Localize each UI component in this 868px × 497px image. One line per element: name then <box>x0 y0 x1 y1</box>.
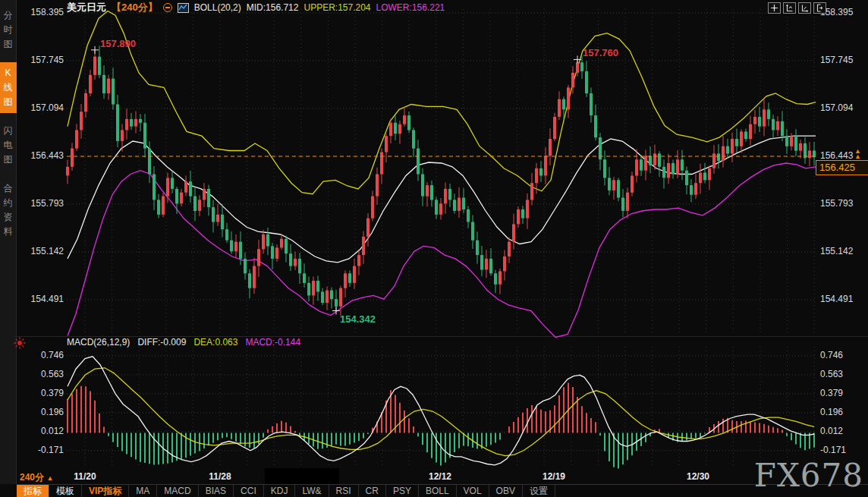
tab-cci[interactable]: CCI <box>234 485 264 497</box>
macd-tick-right: 0.196 <box>820 407 843 418</box>
pan-right-icon[interactable] <box>813 2 826 14</box>
price-tick-left: 157.745 <box>18 55 64 66</box>
macd-tick-right: -0.171 <box>820 445 846 456</box>
chart-canvas[interactable] <box>0 0 868 497</box>
indicator-chart-icon[interactable] <box>178 3 189 13</box>
price-tick-left: 154.491 <box>18 294 64 305</box>
move-crosshair-icon[interactable] <box>768 2 781 14</box>
tab-obv[interactable]: OBV <box>489 485 523 497</box>
alert-starburst-icon[interactable] <box>14 337 26 349</box>
current-price-badge: 156.425 <box>816 160 868 175</box>
annotation-swing-high-2: 157.760 <box>583 47 618 58</box>
chart-tool-icons <box>768 2 826 14</box>
chart-header: 美元日元 【240分】 BOLL(20,2) MID:156.712 UPPER… <box>67 2 445 14</box>
boll-mid-value: MID:156.712 <box>247 2 299 13</box>
trading-app-window: 分时图K线图闪电图合约资料 美元日元 【240分】 BOLL(20,2) MID… <box>0 0 868 497</box>
price-tick-left: 156.443 <box>18 150 64 162</box>
macd-tick-right: 0.563 <box>820 369 843 380</box>
tab-lwr[interactable]: LW& <box>295 485 329 497</box>
macd-diff-value: DIFF:-0.009 <box>137 337 186 348</box>
redaction-box <box>265 468 339 484</box>
tab-macd[interactable]: MACD <box>157 485 198 497</box>
time-axis-row: 240分 ▲ 11/2011/2812/1212/1912/30 <box>0 469 868 484</box>
period-selector[interactable]: 240分 ▲ <box>20 471 53 484</box>
macd-tick-left: 0.563 <box>18 369 64 380</box>
tab-indicator[interactable]: 指标 <box>17 485 49 497</box>
boll-lower-value: LOWER:156.221 <box>376 2 445 13</box>
price-up-arrows-icon: ▲▲ <box>854 149 861 159</box>
boll-name: BOLL(20,2) <box>194 2 241 13</box>
macd-dea-value: DEA:0.063 <box>193 337 237 348</box>
macd-tick-left: 0.379 <box>18 388 64 399</box>
boll-upper-value: UPPER:157.204 <box>303 2 370 13</box>
tab-settings[interactable]: 设置 <box>523 485 555 497</box>
tab-vol[interactable]: VOL <box>457 485 489 497</box>
date-label: 11/20 <box>74 471 96 482</box>
date-label: 12/12 <box>429 471 451 482</box>
macd-tick-right: 0.012 <box>820 426 843 437</box>
tab-kdj[interactable]: KDJ <box>264 485 296 497</box>
macd-macd-value: MACD:-0.144 <box>245 337 300 348</box>
axis-zoom-vertical-icon[interactable] <box>783 2 796 14</box>
macd-tick-right: 0.746 <box>820 350 843 361</box>
macd-tick-right: 0.379 <box>820 388 843 399</box>
macd-name: MACD(26,12,9) <box>67 337 130 348</box>
tab-bias[interactable]: BIAS <box>199 485 234 497</box>
macd-tick-left: 0.196 <box>18 407 64 418</box>
date-label: 12/30 <box>687 471 709 482</box>
price-tick-left: 155.142 <box>18 246 64 257</box>
date-label: 12/19 <box>542 471 565 482</box>
collapse-minus-icon[interactable] <box>163 3 172 12</box>
macd-header: MACD(26,12,9) DIFF:-0.009 DEA:0.063 MACD… <box>67 337 300 348</box>
tab-rsi[interactable]: RSI <box>329 485 359 497</box>
tab-psy[interactable]: PSY <box>386 485 419 497</box>
tab-ma[interactable]: MA <box>129 485 157 497</box>
annotation-swing-low: 154.342 <box>340 313 376 325</box>
period-label[interactable]: 【240分】 <box>112 1 158 14</box>
price-tick-right: 155.793 <box>820 198 853 209</box>
price-tick-left: 158.395 <box>18 7 64 18</box>
macd-tick-left: 0.746 <box>18 350 64 361</box>
annotation-swing-high-1: 157.890 <box>100 38 136 49</box>
price-tick-right: 154.491 <box>820 294 853 305</box>
macd-tick-left: 0.012 <box>18 426 64 437</box>
period-dropdown-arrow-icon: ▲ <box>46 474 53 482</box>
symbol-name: 美元日元 <box>67 1 106 14</box>
tab-vip-indicator[interactable]: VIP指标 <box>82 485 129 497</box>
price-tick-left: 155.793 <box>18 198 64 209</box>
tab-boll[interactable]: BOLL <box>419 485 457 497</box>
price-tick-right: 157.745 <box>820 55 853 66</box>
date-label: 11/28 <box>209 471 231 482</box>
watermark: FX678 <box>754 461 863 491</box>
price-tick-left: 157.094 <box>18 102 64 114</box>
axis-zoom-horizontal-icon[interactable] <box>798 2 811 14</box>
tab-cr[interactable]: CR <box>359 485 386 497</box>
indicator-toolbar: 指标模板VIP指标MAMACDBIASCCIKDJLW&RSICRPSYBOLL… <box>17 484 868 497</box>
price-tick-right: 157.094 <box>820 102 853 114</box>
macd-tick-left: -0.171 <box>18 445 64 456</box>
tab-template[interactable]: 模板 <box>49 485 82 497</box>
price-tick-right: 155.142 <box>820 246 853 257</box>
